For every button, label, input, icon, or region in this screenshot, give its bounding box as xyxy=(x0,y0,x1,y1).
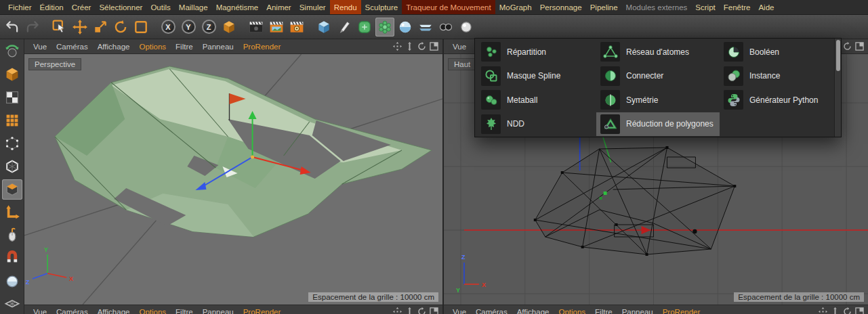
menu-rendu[interactable]: Rendu xyxy=(330,0,361,14)
menu-item-reseau-d-atomes[interactable]: Réseau d'atomes xyxy=(596,40,720,64)
menu-script[interactable]: Script xyxy=(691,0,719,14)
vpR-header-rotate-view-icon[interactable] xyxy=(842,42,852,51)
vpL-header-menu-affichage[interactable]: Affichage xyxy=(93,41,135,52)
light-object-button[interactable] xyxy=(457,18,476,37)
vpR-footer-menu-cameras[interactable]: Caméras xyxy=(471,307,512,314)
add-primitive-button[interactable] xyxy=(314,18,333,37)
vpL-header-menu-vue[interactable]: Vue xyxy=(28,41,51,52)
enable-axis-button[interactable] xyxy=(2,202,22,223)
sky-object-button[interactable] xyxy=(396,18,415,37)
points-mode-button[interactable] xyxy=(2,133,22,154)
texture-mode-button[interactable] xyxy=(2,87,22,108)
redo-button[interactable] xyxy=(23,18,42,37)
live-selection-tool[interactable] xyxy=(50,18,69,37)
lock-x-axis-button[interactable]: X xyxy=(159,18,178,37)
vpL-header-menu-panneau[interactable]: Panneau xyxy=(198,41,239,52)
generators-palette-button[interactable] xyxy=(375,18,394,37)
vpL-footer-dolly-view-icon[interactable] xyxy=(405,307,414,314)
vpR-footer-toggle-layout-icon[interactable] xyxy=(854,307,864,314)
popup-scrollbar[interactable] xyxy=(834,39,841,137)
vpR-footer-menu-filtre[interactable]: Filtre xyxy=(590,307,617,314)
vpL-footer-toggle-layout-icon[interactable] xyxy=(429,307,438,314)
menu-animer[interactable]: Animer xyxy=(262,0,295,14)
vpL-footer-menu-panneau[interactable]: Panneau xyxy=(198,307,239,314)
rotate-tool[interactable] xyxy=(111,18,130,37)
quantize-toggle-button[interactable] xyxy=(2,271,22,292)
menu-traqueur-de-mouvement[interactable]: Traqueur de Mouvement xyxy=(402,0,495,14)
menu-edition[interactable]: Édition xyxy=(36,0,68,14)
menu-item-repartition[interactable]: Répartition xyxy=(477,40,596,64)
menu-fichier[interactable]: Fichier xyxy=(4,0,36,14)
menu-item-booleen[interactable]: Booléen xyxy=(720,40,834,64)
render-region-button[interactable] xyxy=(267,18,286,37)
vpL-footer-menu-affichage[interactable]: Affichage xyxy=(93,307,135,314)
menu-item-metaball[interactable]: Metaball xyxy=(477,88,596,112)
make-editable-button[interactable] xyxy=(2,41,22,62)
menu-pipeline[interactable]: Pipeline xyxy=(586,0,622,14)
vpR-footer-menu-options[interactable]: Options xyxy=(554,307,590,314)
coordinate-system-button[interactable] xyxy=(220,18,239,37)
subdivision-surface-button[interactable] xyxy=(355,18,374,37)
polygons-mode-button[interactable] xyxy=(2,179,22,200)
snap-toggle-button[interactable] xyxy=(2,248,22,269)
render-view-button[interactable] xyxy=(247,18,266,37)
vpR-footer-menu-affichage[interactable]: Affichage xyxy=(512,307,554,314)
menu-modules-externes[interactable]: Modules externes xyxy=(622,0,692,14)
edges-mode-button[interactable] xyxy=(2,156,22,177)
vpL-footer-pan-view-icon[interactable] xyxy=(392,307,402,314)
menu-personnage[interactable]: Personnage xyxy=(536,0,586,14)
vpL-header-menu-prorender[interactable]: ProRender xyxy=(239,41,286,52)
vpR-footer-menu-panneau[interactable]: Panneau xyxy=(617,307,658,314)
last-used-tool[interactable] xyxy=(131,18,150,37)
menu-outils[interactable]: Outils xyxy=(146,0,174,14)
render-settings-button[interactable] xyxy=(287,18,306,37)
model-mode-button[interactable] xyxy=(2,64,22,85)
vpL-footer-menu-filtre[interactable]: Filtre xyxy=(171,307,198,314)
vpL-footer-menu-vue[interactable]: Vue xyxy=(28,307,51,314)
vpR-header-toggle-layout-icon[interactable] xyxy=(854,42,864,51)
camera-object-button[interactable] xyxy=(436,18,455,37)
vpL-header-dolly-view-icon[interactable] xyxy=(405,42,414,51)
menu-magnetisme[interactable]: Magnétisme xyxy=(212,0,263,14)
lock-z-axis-button[interactable]: Z xyxy=(199,18,218,37)
menu-item-reduction-de-polygones[interactable]: Réduction de polygones xyxy=(596,112,720,137)
perspective-canvas[interactable]: Perspective Espacement de la grille : 10… xyxy=(24,54,442,305)
menu-sculpture[interactable]: Sculpture xyxy=(361,0,402,14)
menu-fenetre[interactable]: Fenêtre xyxy=(720,0,755,14)
vpL-footer-rotate-view-icon[interactable] xyxy=(417,307,426,314)
vpL-header-menu-cameras[interactable]: Caméras xyxy=(51,41,93,52)
vpR-header-menu-vue[interactable]: Vue xyxy=(448,41,471,52)
menu-item-symetrie[interactable]: Symétrie xyxy=(596,88,720,112)
texture-axis-mode-button[interactable] xyxy=(2,110,22,131)
menu-creer[interactable]: Créer xyxy=(68,0,96,14)
vpL-footer-menu-prorender[interactable]: ProRender xyxy=(239,307,286,314)
tweak-mode-button[interactable] xyxy=(2,225,22,246)
perspective-scene[interactable]: Y X Z xyxy=(24,54,442,305)
vpL-header-rotate-view-icon[interactable] xyxy=(417,42,426,51)
menu-aide[interactable]: Aide xyxy=(754,0,778,14)
popup-scrollbar-thumb[interactable] xyxy=(836,40,840,71)
vpR-footer-menu-vue[interactable]: Vue xyxy=(448,307,471,314)
menu-item-instance[interactable]: Instance xyxy=(720,64,834,89)
move-tool[interactable] xyxy=(70,18,89,37)
menu-selectionner[interactable]: Sélectionner xyxy=(95,0,146,14)
add-spline-button[interactable] xyxy=(335,18,354,37)
menu-maillage[interactable]: Maillage xyxy=(175,0,212,14)
scale-tool[interactable] xyxy=(91,18,110,37)
menu-item-ndd[interactable]: NDD xyxy=(477,112,596,137)
floor-object-button[interactable] xyxy=(416,18,435,37)
vpL-header-menu-filtre[interactable]: Filtre xyxy=(171,41,198,52)
menu-mograph[interactable]: MoGraph xyxy=(495,0,536,14)
vpL-header-menu-options[interactable]: Options xyxy=(134,41,171,52)
lock-y-axis-button[interactable]: Y xyxy=(179,18,198,37)
vpL-header-toggle-layout-icon[interactable] xyxy=(429,42,438,51)
vpL-footer-menu-options[interactable]: Options xyxy=(134,307,171,314)
vpR-footer-menu-prorender[interactable]: ProRender xyxy=(658,307,705,314)
menu-simuler[interactable]: Simuler xyxy=(295,0,330,14)
menu-item-connecter[interactable]: Connecter xyxy=(596,64,720,89)
workplane-mode-button[interactable] xyxy=(2,294,22,314)
vpR-footer-rotate-view-icon[interactable] xyxy=(842,307,852,314)
vpL-header-pan-view-icon[interactable] xyxy=(392,42,402,51)
menu-item-generateur-python[interactable]: Générateur Python xyxy=(720,88,834,112)
undo-button[interactable] xyxy=(3,18,22,37)
